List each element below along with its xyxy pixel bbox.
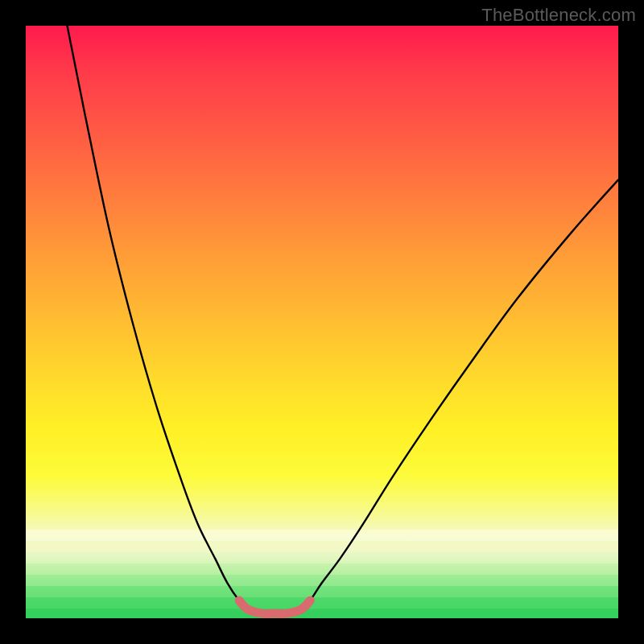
curve-left — [68, 26, 249, 609]
curve-right — [301, 180, 618, 609]
watermark-label: TheBottleneck.com — [481, 5, 636, 26]
plot-area — [26, 26, 618, 618]
curve-svg — [26, 26, 618, 618]
chart-frame: TheBottleneck.com — [0, 0, 644, 644]
curve-bottom-highlight — [239, 601, 310, 614]
